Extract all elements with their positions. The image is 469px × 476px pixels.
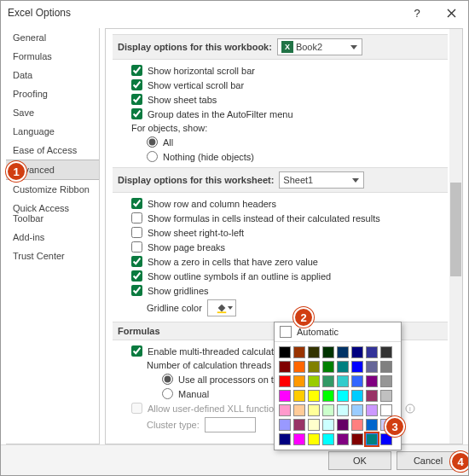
chk-show-formulas[interactable]	[131, 212, 142, 223]
chk-outline[interactable]	[131, 270, 142, 282]
ok-button[interactable]: OK	[328, 451, 391, 470]
chk-sheet-tabs[interactable]	[131, 94, 142, 105]
color-swatch[interactable]	[308, 375, 320, 387]
color-swatch[interactable]	[380, 404, 392, 416]
close-icon	[447, 9, 456, 18]
color-swatch[interactable]	[322, 361, 334, 373]
sidebar-item-language[interactable]: Language	[6, 122, 99, 141]
color-swatch[interactable]	[337, 419, 349, 431]
sidebar-item-formulas[interactable]: Formulas	[6, 47, 99, 66]
close-button[interactable]	[434, 1, 468, 25]
sidebar-item-general[interactable]: General	[6, 28, 99, 47]
color-swatch[interactable]	[279, 390, 291, 402]
color-swatch[interactable]	[322, 404, 334, 416]
gridline-color-button[interactable]	[207, 299, 236, 316]
color-swatch[interactable]	[337, 361, 349, 373]
color-swatch[interactable]	[308, 361, 320, 373]
color-swatch[interactable]	[337, 433, 349, 445]
color-swatch[interactable]	[322, 433, 334, 445]
chk-v-scroll[interactable]	[131, 79, 142, 90]
sidebar-item-add-ins[interactable]: Add-ins	[6, 228, 99, 247]
color-swatch[interactable]	[308, 404, 320, 416]
color-swatch[interactable]	[279, 419, 291, 431]
lbl-group-dates: Group dates in the AutoFilter menu	[148, 109, 293, 119]
color-swatch[interactable]	[322, 346, 334, 358]
sidebar-item-data[interactable]: Data	[6, 66, 99, 84]
color-swatch[interactable]	[380, 346, 392, 358]
chk-rtl[interactable]	[131, 227, 142, 238]
color-swatch[interactable]	[279, 361, 291, 373]
chk-page-breaks[interactable]	[131, 241, 142, 253]
color-swatch[interactable]	[351, 375, 363, 387]
color-swatch[interactable]	[308, 433, 320, 445]
chk-row-col-headers[interactable]	[131, 198, 142, 209]
color-swatch[interactable]	[322, 419, 334, 431]
chk-multithread[interactable]	[131, 345, 142, 357]
color-swatch[interactable]	[293, 404, 305, 416]
color-swatch[interactable]	[293, 390, 305, 402]
color-automatic-row[interactable]: Automatic	[275, 322, 401, 342]
color-grid	[275, 342, 401, 450]
sidebar-item-proofing[interactable]: Proofing	[6, 84, 99, 103]
lbl-h-scroll: Show horizontal scroll bar	[148, 66, 255, 76]
chk-h-scroll[interactable]	[131, 65, 142, 76]
color-swatch[interactable]	[322, 375, 334, 387]
color-swatch[interactable]	[337, 390, 349, 402]
automatic-swatch	[280, 326, 292, 338]
lbl-show-formulas: Show formulas in cells instead of their …	[148, 213, 380, 223]
color-swatch[interactable]	[293, 433, 305, 445]
color-swatch[interactable]	[366, 375, 378, 387]
scrollbar[interactable]	[449, 29, 462, 444]
sidebar-item-save[interactable]: Save	[6, 103, 99, 122]
color-swatch[interactable]	[337, 375, 349, 387]
section-worksheet-header: Display options for this worksheet: Shee…	[113, 167, 448, 193]
color-swatch[interactable]	[380, 390, 392, 402]
radio-objects-nothing[interactable]	[147, 151, 158, 162]
sidebar-item-trust-center[interactable]: Trust Center	[6, 247, 99, 265]
color-swatch[interactable]	[279, 404, 291, 416]
color-swatch[interactable]	[351, 419, 363, 431]
chk-zero[interactable]	[131, 256, 142, 267]
radio-objects-all[interactable]	[147, 136, 158, 148]
color-swatch[interactable]	[366, 404, 378, 416]
scrollbar-thumb[interactable]	[450, 183, 461, 276]
help-button[interactable]: ?	[400, 1, 434, 25]
sidebar-item-ease-of-access[interactable]: Ease of Access	[6, 141, 99, 160]
color-swatch[interactable]	[279, 346, 291, 358]
color-swatch[interactable]	[366, 390, 378, 402]
color-swatch[interactable]	[380, 375, 392, 387]
color-swatch[interactable]	[322, 390, 334, 402]
paint-bucket-icon	[216, 302, 228, 314]
color-swatch[interactable]	[366, 419, 378, 431]
color-swatch[interactable]	[351, 346, 363, 358]
color-swatch[interactable]	[337, 346, 349, 358]
lbl-zero: Show a zero in cells that have zero valu…	[148, 257, 318, 267]
color-swatch[interactable]	[279, 433, 291, 445]
workbook-dropdown[interactable]: X Book2	[277, 38, 362, 55]
radio-manual[interactable]	[162, 388, 173, 399]
color-swatch[interactable]	[293, 346, 305, 358]
color-swatch[interactable]	[366, 346, 378, 358]
color-swatch[interactable]	[351, 433, 363, 445]
color-swatch[interactable]	[308, 390, 320, 402]
color-swatch[interactable]	[308, 419, 320, 431]
color-swatch[interactable]	[380, 361, 392, 373]
color-swatch[interactable]	[293, 375, 305, 387]
color-swatch[interactable]	[366, 361, 378, 373]
radio-use-all[interactable]	[162, 374, 173, 385]
lbl-objects-all: All	[163, 137, 173, 148]
color-swatch[interactable]	[293, 419, 305, 431]
color-swatch[interactable]	[366, 433, 378, 445]
chk-group-dates[interactable]	[131, 108, 142, 119]
sidebar-item-customize-ribbon[interactable]: Customize Ribbon	[6, 180, 99, 199]
color-swatch[interactable]	[351, 404, 363, 416]
color-swatch[interactable]	[351, 361, 363, 373]
color-swatch[interactable]	[351, 390, 363, 402]
color-swatch[interactable]	[293, 361, 305, 373]
worksheet-dropdown[interactable]: Sheet1	[279, 171, 364, 189]
color-swatch[interactable]	[337, 404, 349, 416]
chk-gridlines[interactable]	[131, 285, 142, 296]
sidebar-item-quick-access-toolbar[interactable]: Quick Access Toolbar	[6, 199, 99, 228]
color-swatch[interactable]	[308, 346, 320, 358]
color-swatch[interactable]	[279, 375, 291, 387]
